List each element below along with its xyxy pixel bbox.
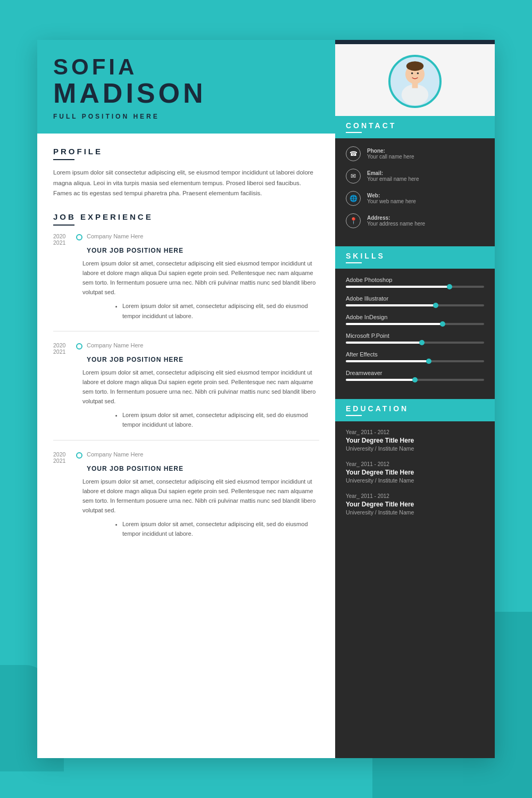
edu-item-0: Year_ 2011 - 2012 Your Degree Title Here… <box>346 429 484 452</box>
contact-text-3: Address: Your address name here <box>367 215 425 227</box>
skill-item-2: Adobe InDesign <box>346 314 484 325</box>
skill-bar-thumb-2 <box>440 321 445 327</box>
position-title: FULL POSITION HERE <box>53 113 319 120</box>
job-bullet-1: Lorem ipsum dolor sit amet, consectetur … <box>122 410 319 429</box>
skills-underline <box>346 262 362 263</box>
edu-degree-2: Your Degree Title Here <box>346 501 484 508</box>
skill-bar-fill-1 <box>346 304 436 306</box>
skill-item-3: Microsoft P.Point <box>346 332 484 344</box>
skill-bar-bg-0 <box>346 286 484 288</box>
job-entry-1: 2020 2021 Company Name Here YOUR JOB POS… <box>53 342 319 440</box>
job-years-0: 2020 2021 <box>53 233 72 246</box>
last-name: MADISON <box>53 78 319 109</box>
edu-year-2: Year_ 2011 - 2012 <box>346 493 484 499</box>
edu-school-1: Univeresity / Institute Name <box>346 477 484 484</box>
job-desc-0: Lorem ipsum dolor sit amet, consectetur … <box>82 259 319 297</box>
skill-name-2: Adobe InDesign <box>346 314 484 320</box>
contact-text-1: Email: Your email name here <box>367 170 419 182</box>
contact-header: CONTACT <box>335 116 495 138</box>
contact-label-0: Phone: <box>367 148 414 154</box>
contact-content: ☎ Phone: Your call name here ✉ Email: Yo… <box>335 138 495 244</box>
left-column: SOFIA MADISON FULL POSITION HERE PROFILE… <box>37 40 335 758</box>
contact-label-2: Web: <box>367 193 416 198</box>
jobs-container: 2020 2021 Company Name Here YOUR JOB POS… <box>53 233 319 549</box>
contact-label-3: Address: <box>367 215 425 221</box>
contact-text-0: Phone: Your call name here <box>367 148 414 160</box>
first-name: SOFIA <box>53 56 319 78</box>
svg-point-4 <box>411 72 413 74</box>
resume-document: SOFIA MADISON FULL POSITION HERE PROFILE… <box>37 40 495 758</box>
contact-item-2: 🌐 Web: Your web name here <box>346 191 484 206</box>
job-position-1: YOUR JOB POSITION HERE <box>87 356 184 363</box>
skill-bar-bg-2 <box>346 323 484 325</box>
skill-bar-fill-4 <box>346 360 429 362</box>
edu-item-1: Year_ 2011 - 2012 Your Degree Title Here… <box>346 461 484 484</box>
job-bullet-2: Lorem ipsum dolor sit amet, consectetur … <box>122 519 319 538</box>
skill-name-1: Adobe Illustrator <box>346 295 484 302</box>
right-column: CONTACT ☎ Phone: Your call name here ✉ E… <box>335 40 495 758</box>
edu-school-0: Univeresity / Institute Name <box>346 445 484 452</box>
job-years-2: 2020 2021 <box>53 451 72 464</box>
edu-item-2: Year_ 2011 - 2012 Your Degree Title Here… <box>346 493 484 516</box>
svg-point-5 <box>417 72 419 74</box>
contact-value-3: Your address name here <box>367 221 425 227</box>
skill-name-3: Microsoft P.Point <box>346 332 484 339</box>
skill-bar-fill-3 <box>346 342 422 344</box>
address-icon: 📍 <box>346 213 361 228</box>
skill-bar-fill-0 <box>346 286 450 288</box>
skill-bar-thumb-5 <box>412 377 418 383</box>
education-underline <box>346 415 362 416</box>
job-position-0: YOUR JOB POSITION HERE <box>87 247 184 254</box>
job-entry-0: 2020 2021 Company Name Here YOUR JOB POS… <box>53 233 319 331</box>
job-dot-0 <box>76 234 82 240</box>
skill-bar-thumb-1 <box>433 303 438 308</box>
name-header: SOFIA MADISON FULL POSITION HERE <box>37 40 335 134</box>
profile-photo <box>388 55 442 108</box>
profile-text: Lorem ipsum dolor siit consectetur adipi… <box>53 168 319 199</box>
edu-degree-1: Your Degree Title Here <box>346 469 484 476</box>
edu-degree-0: Your Degree Title Here <box>346 437 484 444</box>
skill-bar-thumb-3 <box>419 340 425 345</box>
svg-point-1 <box>406 61 423 71</box>
job-dot-2 <box>76 452 82 459</box>
skill-bar-fill-2 <box>346 323 443 325</box>
skills-content: Adobe Photoshop Adobe Illustrator Adobe … <box>335 269 495 396</box>
skill-bar-thumb-0 <box>447 284 452 289</box>
edu-school-2: Univeresity / Institute Name <box>346 509 484 516</box>
skill-bar-bg-4 <box>346 360 484 362</box>
skill-item-5: Dreamweaver <box>346 370 484 381</box>
contact-item-3: 📍 Address: Your address name here <box>346 213 484 228</box>
edu-year-0: Year_ 2011 - 2012 <box>346 429 484 435</box>
email-icon: ✉ <box>346 169 361 184</box>
web-icon: 🌐 <box>346 191 361 206</box>
skill-item-4: After Effects <box>346 351 484 362</box>
job-desc-2: Lorem ipsum dolor sit amet, consectetur … <box>82 477 319 516</box>
contact-value-2: Your web name here <box>367 198 416 204</box>
skill-name-0: Adobe Photoshop <box>346 277 484 283</box>
contact-item-0: ☎ Phone: Your call name here <box>346 146 484 161</box>
left-content: PROFILE Lorem ipsum dolor siit consectet… <box>37 134 335 758</box>
job-desc-1: Lorem ipsum dolor sit amet, consectetur … <box>82 368 319 406</box>
phone-icon: ☎ <box>346 146 361 161</box>
skill-name-5: Dreamweaver <box>346 370 484 376</box>
education-section-title: EDUCATION <box>346 404 484 413</box>
skill-item-1: Adobe Illustrator <box>346 295 484 306</box>
contact-value-0: Your call name here <box>367 154 414 160</box>
profile-underline <box>53 159 74 160</box>
skills-header: SKILLS <box>335 246 495 269</box>
job-position-2: YOUR JOB POSITION HERE <box>87 465 184 472</box>
skills-section-title: SKILLS <box>346 252 484 260</box>
contact-item-1: ✉ Email: Your email name here <box>346 169 484 184</box>
skill-name-4: After Effects <box>346 351 484 358</box>
svg-rect-3 <box>412 82 418 88</box>
edu-year-1: Year_ 2011 - 2012 <box>346 461 484 467</box>
top-bar <box>335 40 495 44</box>
skill-bar-bg-1 <box>346 304 484 306</box>
job-experience-section-title: JOB EXPERIENCE <box>53 212 319 221</box>
skill-item-0: Adobe Photoshop <box>346 277 484 288</box>
skill-bar-bg-3 <box>346 342 484 344</box>
skill-bar-thumb-4 <box>426 359 431 364</box>
education-content: Year_ 2011 - 2012 Your Degree Title Here… <box>335 421 495 533</box>
photo-area <box>335 44 495 116</box>
contact-label-1: Email: <box>367 170 419 176</box>
